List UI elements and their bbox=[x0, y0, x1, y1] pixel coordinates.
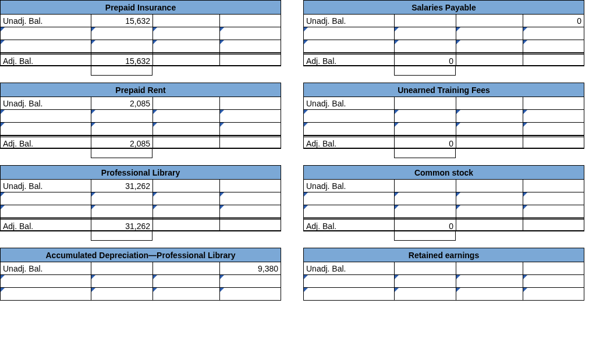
entry-debit-input[interactable] bbox=[394, 110, 456, 123]
entry-credit-input[interactable] bbox=[219, 205, 281, 218]
entry-debit-input[interactable] bbox=[91, 123, 152, 135]
account-block: Retained earningsUnadj. Bal. bbox=[303, 248, 584, 301]
entry-credit-input[interactable] bbox=[523, 205, 584, 218]
adj-debit: 15,632 bbox=[91, 53, 152, 66]
entry-desc2-input[interactable] bbox=[152, 27, 219, 40]
entry-desc-input[interactable] bbox=[303, 192, 394, 205]
entry-desc-input[interactable] bbox=[0, 27, 91, 40]
entry-credit-input[interactable] bbox=[523, 123, 584, 135]
adj-credit bbox=[523, 135, 584, 148]
entry-desc2-input[interactable] bbox=[456, 40, 523, 53]
entry-credit-input[interactable] bbox=[219, 40, 281, 53]
entry-desc2-input[interactable] bbox=[456, 192, 523, 205]
entry-credit-input[interactable] bbox=[523, 275, 584, 288]
entry-debit-input[interactable] bbox=[91, 40, 152, 53]
entry-desc2-input[interactable] bbox=[152, 205, 219, 218]
account-title: Professional Library bbox=[0, 165, 281, 179]
entry-desc-input[interactable] bbox=[303, 27, 394, 40]
entry-debit-input[interactable] bbox=[91, 192, 152, 205]
entry-desc-input[interactable] bbox=[0, 123, 91, 135]
entry-credit-input[interactable] bbox=[523, 110, 584, 123]
entry-debit-input[interactable] bbox=[394, 27, 456, 40]
entry-desc-input[interactable] bbox=[0, 288, 91, 301]
entry-desc2-input[interactable] bbox=[152, 40, 219, 53]
entry-desc2-input[interactable] bbox=[456, 288, 523, 301]
entry-desc-input[interactable] bbox=[0, 205, 91, 218]
entry-desc-input[interactable] bbox=[0, 110, 91, 123]
entry-desc2-input[interactable] bbox=[456, 205, 523, 218]
entry-credit-input[interactable] bbox=[523, 288, 584, 301]
unadj-bal-label: Unadj. Bal. bbox=[303, 97, 394, 110]
entry-debit-input[interactable] bbox=[394, 123, 456, 135]
entry-credit-input[interactable] bbox=[523, 40, 584, 53]
unadj-bal-label: Unadj. Bal. bbox=[303, 180, 394, 192]
unadj-bal-label: Unadj. Bal. bbox=[0, 97, 91, 110]
unadj-bal-label: Unadj. Bal. bbox=[303, 262, 394, 275]
entry-desc-input[interactable] bbox=[0, 40, 91, 53]
tail-spacer bbox=[0, 231, 91, 241]
entry-desc2-input[interactable] bbox=[152, 288, 219, 301]
ledger-grid: Unadj. Bal.31,262Adj. Bal.31,262 bbox=[0, 179, 281, 231]
tail-spacer bbox=[0, 149, 91, 158]
entry-desc2-input[interactable] bbox=[152, 110, 219, 123]
entry-debit-input[interactable] bbox=[91, 205, 152, 218]
ledger-grid: Unadj. Bal.9,380 bbox=[0, 262, 281, 301]
entry-debit-input[interactable] bbox=[394, 40, 456, 53]
tail-cell bbox=[394, 231, 456, 241]
entry-credit-input[interactable] bbox=[219, 110, 281, 123]
unadj-bal-label: Unadj. Bal. bbox=[0, 15, 91, 27]
tail-row bbox=[0, 231, 281, 241]
unadj-credit bbox=[523, 180, 584, 192]
unadj-credit bbox=[219, 15, 281, 27]
entry-desc2-input[interactable] bbox=[152, 275, 219, 288]
entry-desc2-input[interactable] bbox=[152, 123, 219, 135]
entry-desc2-input[interactable] bbox=[456, 110, 523, 123]
ledger-grid: Unadj. Bal.Adj. Bal.0 bbox=[303, 179, 584, 231]
entry-debit-input[interactable] bbox=[394, 288, 456, 301]
entry-desc-input[interactable] bbox=[303, 40, 394, 53]
entry-desc-input[interactable] bbox=[303, 110, 394, 123]
tail-cell bbox=[91, 231, 152, 241]
entry-desc-input[interactable] bbox=[303, 205, 394, 218]
tail-spacer bbox=[0, 66, 91, 76]
tail-spacer bbox=[456, 149, 523, 158]
entry-desc-input[interactable] bbox=[0, 192, 91, 205]
adj-debit: 0 bbox=[394, 53, 456, 66]
entry-credit-input[interactable] bbox=[219, 192, 281, 205]
entry-desc2-input[interactable] bbox=[456, 123, 523, 135]
entry-credit-input[interactable] bbox=[219, 275, 281, 288]
account-title: Salaries Payable bbox=[303, 0, 584, 14]
entry-debit-input[interactable] bbox=[394, 275, 456, 288]
entry-debit-input[interactable] bbox=[91, 27, 152, 40]
adj-bal-label: Adj. Bal. bbox=[0, 53, 91, 66]
unadj-debit bbox=[394, 97, 456, 110]
unadj-credit bbox=[219, 180, 281, 192]
entry-desc2-input[interactable] bbox=[152, 192, 219, 205]
ledger-grid: Unadj. Bal.0Adj. Bal.0 bbox=[303, 14, 584, 66]
tail-spacer bbox=[456, 66, 523, 76]
tail-spacer bbox=[219, 231, 281, 241]
entry-credit-input[interactable] bbox=[219, 123, 281, 135]
spacer bbox=[456, 180, 523, 192]
tail-spacer bbox=[523, 66, 584, 76]
entry-credit-input[interactable] bbox=[219, 27, 281, 40]
account-title: Prepaid Rent bbox=[0, 83, 281, 97]
entry-debit-input[interactable] bbox=[394, 192, 456, 205]
entry-debit-input[interactable] bbox=[394, 205, 456, 218]
tail-cell bbox=[91, 149, 152, 158]
entry-credit-input[interactable] bbox=[523, 192, 584, 205]
entry-debit-input[interactable] bbox=[91, 110, 152, 123]
entry-desc-input[interactable] bbox=[303, 275, 394, 288]
entry-credit-input[interactable] bbox=[219, 288, 281, 301]
entry-desc2-input[interactable] bbox=[456, 275, 523, 288]
entry-debit-input[interactable] bbox=[91, 288, 152, 301]
account-title: Common stock bbox=[303, 165, 584, 179]
entry-desc-input[interactable] bbox=[0, 275, 91, 288]
entry-credit-input[interactable] bbox=[523, 27, 584, 40]
entry-debit-input[interactable] bbox=[91, 275, 152, 288]
spacer bbox=[152, 180, 219, 192]
entry-desc-input[interactable] bbox=[303, 288, 394, 301]
spacer bbox=[456, 218, 523, 231]
entry-desc2-input[interactable] bbox=[456, 27, 523, 40]
entry-desc-input[interactable] bbox=[303, 123, 394, 135]
